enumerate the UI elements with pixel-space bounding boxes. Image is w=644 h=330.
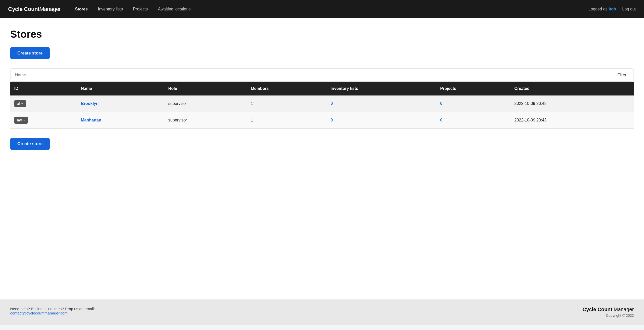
navbar-right: Logged as bob Log out: [588, 7, 636, 11]
col-header-created: Created: [510, 82, 634, 95]
inventory-lists-link[interactable]: 0: [331, 101, 333, 106]
brand-light: Manager: [40, 6, 61, 12]
create-store-button-bottom[interactable]: Create store: [10, 138, 50, 150]
table-row: al ▼ Brooklyn supervisor 1 0 0 2022-10-0…: [10, 95, 634, 112]
cell-created: 2022-10-09 20:43: [510, 95, 634, 112]
cell-role: supervisor: [164, 112, 247, 129]
create-store-button-top[interactable]: Create store: [10, 47, 50, 59]
navbar: Cycle Count Manager Stores Inventory lis…: [0, 0, 644, 18]
store-name-link[interactable]: Brooklyn: [81, 101, 98, 106]
dropdown-arrow-icon: ▼: [23, 119, 25, 122]
stores-table: ID Name Role Members Inventory lists Pro…: [10, 82, 634, 129]
brand-logo: Cycle Count Manager: [8, 6, 61, 12]
brand-bold: Cycle Count: [8, 6, 40, 12]
nav-inventory-lists[interactable]: Inventory lists: [94, 5, 127, 13]
col-header-members: Members: [247, 82, 327, 95]
col-header-projects: Projects: [436, 82, 510, 95]
nav-links: Stores Inventory lists Projects Awaiting…: [71, 5, 588, 13]
cell-id: al ▼: [10, 95, 77, 112]
cell-members: 1: [247, 95, 327, 112]
footer-right: Cycle Count Manager Copyright © 2022: [583, 307, 634, 318]
col-header-inventory-lists: Inventory lists: [327, 82, 436, 95]
main-content: Stores Create store Filter ID Name Role …: [0, 18, 644, 299]
projects-link[interactable]: 0: [440, 118, 442, 122]
cell-members: 1: [247, 112, 327, 129]
name-filter-input[interactable]: [10, 69, 610, 81]
nav-projects[interactable]: Projects: [129, 5, 152, 13]
cell-inventory-lists: 0: [327, 95, 436, 112]
logged-as-text: Logged as bob: [588, 7, 616, 11]
footer-help-text: Need help? Business inquiries? Drop us a…: [10, 307, 95, 311]
footer-brand-light: Manager: [612, 307, 634, 312]
filter-button[interactable]: Filter: [610, 69, 634, 81]
store-id-badge[interactable]: bw ▼: [14, 117, 28, 124]
store-id-badge[interactable]: al ▼: [14, 100, 26, 107]
cell-role: supervisor: [164, 95, 247, 112]
dropdown-arrow-icon: ▼: [21, 102, 23, 105]
nav-stores[interactable]: Stores: [71, 5, 92, 13]
footer-email-link[interactable]: contact@cyclecountmanager.com: [10, 311, 68, 315]
cell-id: bw ▼: [10, 112, 77, 129]
cell-inventory-lists: 0: [327, 112, 436, 129]
table-header: ID Name Role Members Inventory lists Pro…: [10, 82, 634, 95]
footer-brand: Cycle Count Manager: [583, 307, 634, 312]
logged-as-prefix: Logged as: [588, 7, 609, 11]
cell-projects: 0: [436, 112, 510, 129]
table-row: bw ▼ Manhattan supervisor 1 0 0 2022-10-…: [10, 112, 634, 129]
col-header-id: ID: [10, 82, 77, 95]
footer-copyright: Copyright © 2022: [583, 313, 634, 318]
cell-projects: 0: [436, 95, 510, 112]
inventory-lists-link[interactable]: 0: [331, 118, 333, 122]
page-title: Stores: [10, 29, 634, 40]
cell-created: 2022-10-09 20:43: [510, 112, 634, 129]
footer: Need help? Business inquiries? Drop us a…: [0, 299, 644, 325]
cell-name: Brooklyn: [77, 95, 164, 112]
footer-brand-bold: Cycle Count: [583, 307, 612, 312]
filter-row: Filter: [10, 68, 634, 82]
col-header-role: Role: [164, 82, 247, 95]
projects-link[interactable]: 0: [440, 101, 442, 106]
cell-name: Manhattan: [77, 112, 164, 129]
col-header-name: Name: [77, 82, 164, 95]
logged-as-username: bob: [609, 7, 616, 11]
table-body: al ▼ Brooklyn supervisor 1 0 0 2022-10-0…: [10, 95, 634, 129]
table-wrapper: ID Name Role Members Inventory lists Pro…: [10, 82, 634, 129]
footer-left: Need help? Business inquiries? Drop us a…: [10, 307, 95, 315]
store-name-link[interactable]: Manhattan: [81, 118, 101, 122]
logout-button[interactable]: Log out: [622, 7, 636, 11]
nav-awaiting-locations[interactable]: Awaiting locations: [154, 5, 195, 13]
